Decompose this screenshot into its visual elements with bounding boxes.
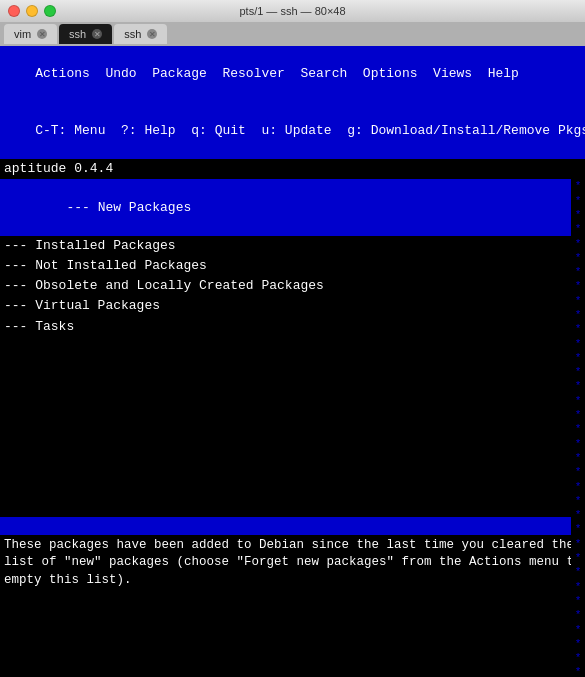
scrollbar-char: * — [575, 565, 582, 579]
scrollbar-char: * — [575, 251, 582, 265]
scrollbar-char: * — [575, 308, 582, 322]
app-version-line: aptitude 0.4.4 — [0, 159, 585, 179]
tab-ssh-2-close[interactable]: ✕ — [147, 29, 157, 39]
empty-space — [0, 337, 585, 517]
scrollbar-char: * — [575, 580, 582, 594]
tab-ssh-1-close[interactable]: ✕ — [92, 29, 102, 39]
scrollbar-char: * — [575, 451, 582, 465]
list-item[interactable]: --- Tasks — [0, 317, 585, 337]
scrollbar-char: * — [575, 337, 582, 351]
tab-vim-label: vim — [14, 28, 31, 40]
scrollbar-char: * — [575, 279, 582, 293]
help-bar: C-T: Menu ?: Help q: Quit u: Update g: D… — [0, 103, 585, 160]
scrollbar-char: * — [575, 522, 582, 536]
traffic-lights — [8, 5, 56, 17]
scrollbar-char: * — [575, 480, 582, 494]
terminal: Actions Undo Package Resolver Search Opt… — [0, 46, 585, 677]
scrollbar-char: * — [575, 194, 582, 208]
description-line-2: list of "new" packages (choose "Forget n… — [4, 554, 582, 572]
scrollbar-char: * — [575, 365, 582, 379]
scrollbar-char: * — [575, 394, 582, 408]
scrollbar-char: * — [575, 508, 582, 522]
scrollbar-char: * — [575, 637, 582, 651]
scrollbar-char: * — [575, 437, 582, 451]
selected-package-text: --- New Packages — [66, 200, 191, 215]
list-item[interactable]: --- Obsolete and Locally Created Package… — [0, 276, 585, 296]
help-bar-text: C-T: Menu ?: Help q: Quit u: Update g: D… — [35, 123, 585, 138]
tab-ssh-2-label: ssh — [124, 28, 141, 40]
description-area: These packages have been added to Debian… — [0, 535, 585, 677]
content-area: --- New Packages --- Installed Packages … — [0, 179, 585, 677]
list-item[interactable]: --- Virtual Packages — [0, 296, 585, 316]
minimize-button[interactable] — [26, 5, 38, 17]
description-padding — [4, 589, 582, 677]
scrollbar-char: * — [575, 379, 582, 393]
tab-vim[interactable]: vim ✕ — [4, 24, 57, 44]
scrollbar-char: * — [575, 422, 582, 436]
main-area: --- New Packages --- Installed Packages … — [0, 179, 585, 677]
scrollbar-char: * — [575, 608, 582, 622]
scrollbar-char: * — [575, 594, 582, 608]
list-item[interactable]: --- Installed Packages — [0, 236, 585, 256]
tab-ssh-2[interactable]: ssh ✕ — [114, 24, 167, 44]
scrollbar-char: * — [575, 494, 582, 508]
scrollbar-char: * — [575, 623, 582, 637]
scrollbar-char: * — [575, 179, 582, 193]
bottom-status-bar — [0, 517, 585, 535]
selected-package[interactable]: --- New Packages — [0, 179, 585, 236]
description-line-3: empty this list). — [4, 572, 582, 590]
maximize-button[interactable] — [44, 5, 56, 17]
tab-ssh-1-label: ssh — [69, 28, 86, 40]
menu-bar-text: Actions Undo Package Resolver Search Opt… — [35, 66, 519, 81]
close-button[interactable] — [8, 5, 20, 17]
scrollbar-char: * — [575, 222, 582, 236]
scrollbar-char: * — [575, 265, 582, 279]
list-item[interactable]: --- Not Installed Packages — [0, 256, 585, 276]
scrollbar-char: * — [575, 351, 582, 365]
description-line-1: These packages have been added to Debian… — [4, 537, 582, 555]
scrollbar-char: * — [575, 208, 582, 222]
scrollbar-char: * — [575, 322, 582, 336]
tab-ssh-1[interactable]: ssh ✕ — [59, 24, 112, 44]
scrollbar-char: * — [575, 651, 582, 665]
menu-bar[interactable]: Actions Undo Package Resolver Search Opt… — [0, 46, 585, 103]
window-title: pts/1 — ssh — 80×48 — [239, 5, 345, 17]
scrollbar-char: * — [575, 465, 582, 479]
tabbar: vim ✕ ssh ✕ ssh ✕ — [0, 22, 585, 46]
tab-vim-close[interactable]: ✕ — [37, 29, 47, 39]
scrollbar-char: * — [575, 665, 582, 677]
scrollbar-char: * — [575, 537, 582, 551]
titlebar: pts/1 — ssh — 80×48 — [0, 0, 585, 22]
scrollbar-char: * — [575, 408, 582, 422]
scrollbar[interactable]: ************************************** — [571, 179, 585, 677]
scrollbar-char: * — [575, 551, 582, 565]
scrollbar-char: * — [575, 294, 582, 308]
scrollbar-char: * — [575, 237, 582, 251]
app-version: aptitude 0.4.4 — [4, 161, 113, 176]
